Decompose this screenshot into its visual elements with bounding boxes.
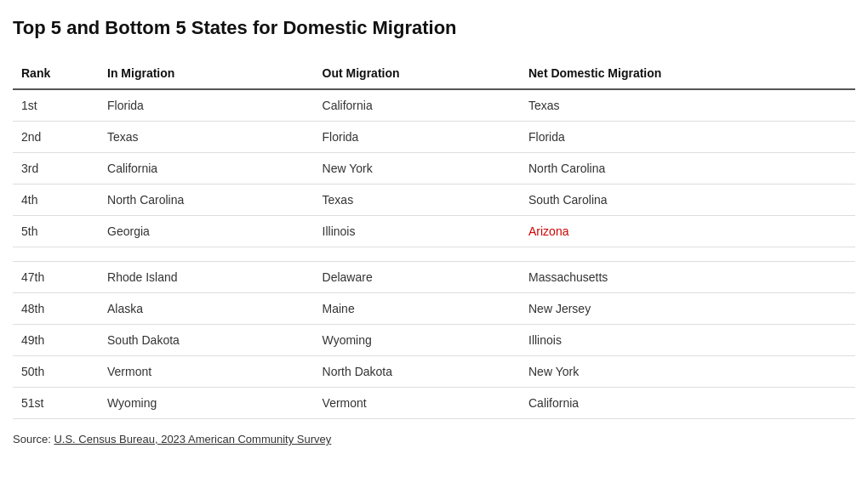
- rank-cell: 48th: [13, 293, 99, 325]
- in-migration-cell: Rhode Island: [99, 262, 314, 293]
- table-row: 49th South Dakota Wyoming Illinois: [13, 325, 855, 356]
- out-migration-cell: North Dakota: [314, 356, 520, 388]
- col-header-in-migration: In Migration: [99, 60, 314, 89]
- table-row: 51st Wyoming Vermont California: [13, 388, 855, 419]
- col-header-net-domestic: Net Domestic Migration: [520, 60, 855, 89]
- in-migration-cell: North Carolina: [99, 184, 314, 216]
- source-text: Source: U.S. Census Bureau, 2023 America…: [13, 433, 855, 445]
- migration-table: Rank In Migration Out Migration Net Dome…: [13, 60, 855, 419]
- out-migration-cell: Delaware: [314, 262, 520, 293]
- in-migration-cell: South Dakota: [99, 325, 314, 356]
- out-migration-cell: California: [314, 89, 520, 122]
- out-migration-cell: Maine: [314, 293, 520, 325]
- net-migration-cell: New York: [520, 356, 855, 388]
- table-row: 4th North Carolina Texas South Carolina: [13, 184, 855, 216]
- table-row: 48th Alaska Maine New Jersey: [13, 293, 855, 325]
- net-migration-cell: Texas: [520, 89, 855, 122]
- rank-cell: 50th: [13, 356, 99, 388]
- rank-cell: 2nd: [13, 122, 99, 153]
- rank-cell: 51st: [13, 388, 99, 419]
- out-migration-cell: Florida: [314, 122, 520, 153]
- out-migration-cell: Illinois: [314, 216, 520, 247]
- net-migration-cell: Massachusetts: [520, 262, 855, 293]
- table-row: 5th Georgia Illinois Arizona: [13, 216, 855, 247]
- out-migration-cell: Wyoming: [314, 325, 520, 356]
- in-migration-cell: Vermont: [99, 356, 314, 388]
- table-row: 47th Rhode Island Delaware Massachusetts: [13, 262, 855, 293]
- table-row: 50th Vermont North Dakota New York: [13, 356, 855, 388]
- in-migration-cell: Florida: [99, 89, 314, 122]
- net-migration-cell: California: [520, 388, 855, 419]
- rank-cell: 4th: [13, 184, 99, 216]
- page-title: Top 5 and Bottom 5 States for Domestic M…: [13, 17, 855, 39]
- net-migration-cell: New Jersey: [520, 293, 855, 325]
- rank-cell: 47th: [13, 262, 99, 293]
- table-row: 1st Florida California Texas: [13, 89, 855, 122]
- table-row: 2nd Texas Florida Florida: [13, 122, 855, 153]
- in-migration-cell: Texas: [99, 122, 314, 153]
- out-migration-cell: New York: [314, 153, 520, 184]
- net-migration-cell: Illinois: [520, 325, 855, 356]
- in-migration-cell: Georgia: [99, 216, 314, 247]
- col-header-rank: Rank: [13, 60, 99, 89]
- net-migration-cell: South Carolina: [520, 184, 855, 216]
- out-migration-cell: Vermont: [314, 388, 520, 419]
- table-row: 3rd California New York North Carolina: [13, 153, 855, 184]
- net-migration-cell: North Carolina: [520, 153, 855, 184]
- net-migration-cell: Florida: [520, 122, 855, 153]
- rank-cell: 5th: [13, 216, 99, 247]
- in-migration-cell: Alaska: [99, 293, 314, 325]
- rank-cell: 3rd: [13, 153, 99, 184]
- source-link[interactable]: U.S. Census Bureau, 2023 American Commun…: [54, 433, 331, 445]
- rank-cell: 49th: [13, 325, 99, 356]
- gap-row: [13, 247, 855, 262]
- col-header-out-migration: Out Migration: [314, 60, 520, 89]
- net-migration-cell: Arizona: [520, 216, 855, 247]
- in-migration-cell: California: [99, 153, 314, 184]
- in-migration-cell: Wyoming: [99, 388, 314, 419]
- rank-cell: 1st: [13, 89, 99, 122]
- out-migration-cell: Texas: [314, 184, 520, 216]
- table-header-row: Rank In Migration Out Migration Net Dome…: [13, 60, 855, 89]
